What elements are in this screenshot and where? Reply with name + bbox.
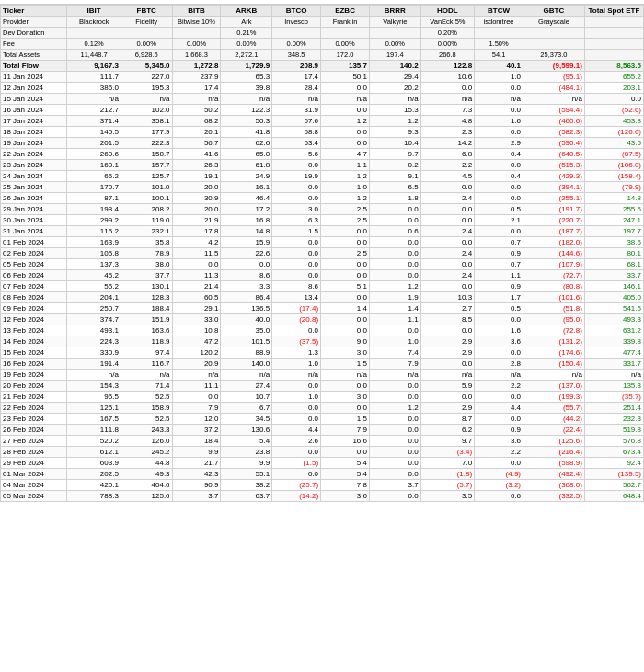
cell-date: 16 Feb 2024 (1, 359, 67, 370)
cell-fbtc: 71.4 (121, 381, 172, 392)
cell-brrr: 0.0 (369, 469, 420, 480)
cell-btco: 5.6 (272, 149, 321, 160)
cell-arkb: 5.4 (221, 436, 272, 447)
cell-arkb: 65.3 (221, 72, 272, 83)
col-header-bitb: BITB (172, 6, 221, 17)
col-header-fbtc: FBTC (121, 6, 172, 17)
cell-ibit: 299.2 (67, 215, 121, 226)
cell-ezbc: 5.4 (321, 469, 370, 480)
provider-btcw: isdomtree (475, 17, 523, 28)
cell-ezbc: 0.0 (321, 83, 370, 94)
cell-ibit: 371.4 (67, 116, 121, 127)
cell-date: 16 Jan 2024 (1, 105, 67, 116)
cell-gbtc: (515.3) (523, 160, 585, 171)
total-flow-hodl: 122.8 (420, 61, 474, 72)
cell-date: 29 Feb 2024 (1, 458, 67, 469)
cell-arkb: 39.8 (221, 83, 272, 94)
cell-fbtc: 38.0 (121, 259, 172, 270)
table-row: 28 Feb 2024612.1245.29.923.80.00.00.0(3.… (1, 447, 644, 458)
provider-hodl: VanEck 5% (420, 17, 474, 28)
cell-total: 38.5 (584, 237, 643, 248)
cell-hodl: 2.4 (420, 270, 474, 281)
donation-fbtc (121, 28, 172, 39)
cell-btco: 0.0 (272, 193, 321, 204)
cell-btco: 58.8 (272, 127, 321, 138)
assets-arkb: 2,272.1 (221, 50, 272, 61)
cell-total: (139.5) (584, 469, 643, 480)
cell-total: (126.6) (584, 127, 643, 138)
cell-btcw: 0.7 (475, 259, 523, 270)
cell-bitb: 29.1 (172, 303, 221, 314)
cell-bitb: 0.0 (172, 392, 221, 403)
cell-hodl: 8.7 (420, 414, 474, 425)
cell-btco: 4.4 (272, 425, 321, 436)
cell-btco: 63.4 (272, 138, 321, 149)
cell-arkb: 63.7 (221, 491, 272, 502)
cell-total: (79.9) (584, 182, 643, 193)
table-row: 01 Feb 2024163.935.84.215.90.00.00.00.00… (1, 237, 644, 248)
cell-ibit: 87.1 (67, 193, 121, 204)
cell-gbtc: (640.5) (523, 149, 585, 160)
table-row: 24 Jan 202466.2125.719.124.919.91.29.14.… (1, 171, 644, 182)
table-row: 07 Feb 202456.2130.121.43.38.65.11.20.00… (1, 281, 644, 292)
cell-gbtc: (137.0) (523, 381, 585, 392)
cell-ibit: n/a (67, 94, 121, 105)
cell-btcw: 0.0 (475, 414, 523, 425)
table-row: 15 Jan 2024n/an/an/an/an/an/an/an/an/an/… (1, 94, 644, 105)
cell-total: 631.2 (584, 325, 643, 336)
cell-arkb: 16.1 (221, 182, 272, 193)
cell-btco: 0.0 (272, 160, 321, 171)
cell-btco: (17.4) (272, 303, 321, 314)
cell-btco: 31.9 (272, 105, 321, 116)
cell-ezbc: 0.0 (321, 403, 370, 414)
cell-btco: 1.0 (272, 359, 321, 370)
cell-gbtc: (191.7) (523, 204, 585, 215)
cell-ezbc: 5.4 (321, 458, 370, 469)
table-row: 09 Feb 2024250.7188.429.1136.5(17.4)1.41… (1, 303, 644, 314)
cell-fbtc: 158.7 (121, 149, 172, 160)
cell-fbtc: 222.3 (121, 138, 172, 149)
cell-gbtc: (582.3) (523, 127, 585, 138)
cell-date: 14 Feb 2024 (1, 336, 67, 347)
cell-brrr: 0.0 (369, 447, 420, 458)
cell-btcw: 0.0 (475, 347, 523, 359)
cell-bitb: 19.1 (172, 171, 221, 182)
cell-fbtc: 358.1 (121, 116, 172, 127)
cell-gbtc: (594.4) (523, 105, 585, 116)
total-flow-bitb: 1,272.8 (172, 61, 221, 72)
cell-hodl: 6.8 (420, 149, 474, 160)
cell-bitb: 18.4 (172, 436, 221, 447)
cell-ibit: 137.3 (67, 259, 121, 270)
cell-bitb: 17.4 (172, 83, 221, 94)
cell-gbtc: (332.5) (523, 491, 585, 502)
fee-ezbc: 0.00% (321, 39, 370, 50)
cell-brrr: 0.0 (369, 215, 420, 226)
cell-total: (52.6) (584, 105, 643, 116)
cell-btco: 0.0 (272, 381, 321, 392)
cell-ibit: 198.4 (67, 204, 121, 215)
col-header-gbtc: GBTC (523, 6, 585, 17)
cell-fbtc: 116.7 (121, 359, 172, 370)
cell-ezbc: 0.0 (321, 105, 370, 116)
cell-fbtc: 177.9 (121, 127, 172, 138)
cell-hodl: 0.0 (420, 325, 474, 336)
cell-arkb: 65.0 (221, 149, 272, 160)
cell-ibit: 66.2 (67, 171, 121, 182)
cell-gbtc: (131.2) (523, 336, 585, 347)
fee-bitb: 0.00% (172, 39, 221, 50)
cell-ibit: 111.8 (67, 425, 121, 436)
total-flow-brrr: 140.2 (369, 61, 420, 72)
cell-brrr: 10.4 (369, 138, 420, 149)
donation-ezbc (321, 28, 370, 39)
cell-date: 22 Jan 2024 (1, 149, 67, 160)
cell-bitb: 4.2 (172, 237, 221, 248)
cell-gbtc: (429.3) (523, 171, 585, 182)
cell-btcw: 0.0 (475, 83, 523, 94)
cell-date: 18 Jan 2024 (1, 127, 67, 138)
cell-btcw: 0.0 (475, 105, 523, 116)
cell-hodl: 5.9 (420, 381, 474, 392)
cell-total: 453.8 (584, 116, 643, 127)
cell-hodl: 2.4 (420, 193, 474, 204)
table-row: 05 Mar 2024788.3125.63.763.7(14.2)3.60.0… (1, 491, 644, 502)
cell-total: 135.3 (584, 381, 643, 392)
